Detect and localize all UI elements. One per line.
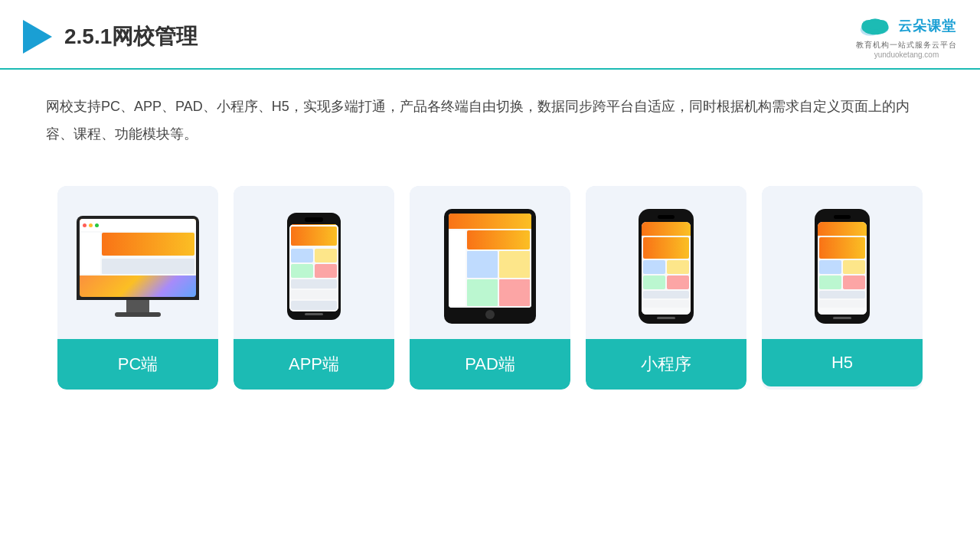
pad-mockup (444, 209, 536, 324)
card-pc: PC端 (57, 186, 218, 390)
cards-container: PC端 (0, 171, 980, 412)
pc-mockup (77, 216, 199, 317)
app-mockup (287, 213, 341, 320)
card-miniprogram-label: 小程序 (586, 339, 746, 390)
h5-mockup (815, 209, 870, 324)
description-paragraph: 网校支持PC、APP、PAD、小程序、H5，实现多端打通，产品各终端自由切换，数… (46, 93, 934, 148)
card-miniprogram: 小程序 (586, 186, 746, 390)
card-app-image (234, 186, 394, 339)
card-pc-label: PC端 (57, 339, 218, 390)
card-pad-image (410, 186, 570, 339)
logo-text: 云朵课堂 (898, 17, 956, 35)
cloud-icon (857, 14, 893, 38)
card-h5: H5 (762, 186, 923, 390)
logo-tagline: 教育机构一站式服务云平台 (856, 40, 957, 51)
description-text: 网校支持PC、APP、PAD、小程序、H5，实现多端打通，产品各终端自由切换，数… (0, 70, 980, 163)
logo-url: yunduoketang.com (874, 51, 939, 59)
logo-area: 云朵课堂 教育机构一站式服务云平台 yunduoketang.com (856, 14, 957, 59)
card-h5-label: H5 (762, 339, 923, 386)
play-icon (23, 20, 52, 54)
page-header: 2.5.1网校管理 云朵课堂 教育机构一站式服务云平台 yunduoketang… (0, 0, 980, 70)
card-miniprogram-image (586, 186, 746, 339)
card-pad-label: PAD端 (410, 339, 570, 390)
card-app: APP端 (234, 186, 394, 390)
card-h5-image (762, 186, 923, 339)
card-pc-image (57, 186, 218, 339)
card-app-label: APP端 (234, 339, 394, 390)
svg-point-6 (867, 18, 884, 29)
page-title: 2.5.1网校管理 (64, 22, 198, 51)
header-left: 2.5.1网校管理 (23, 20, 198, 54)
miniprogram-mockup (639, 209, 694, 324)
logo-cloud: 云朵课堂 (857, 14, 956, 38)
card-pad: PAD端 (410, 186, 570, 390)
